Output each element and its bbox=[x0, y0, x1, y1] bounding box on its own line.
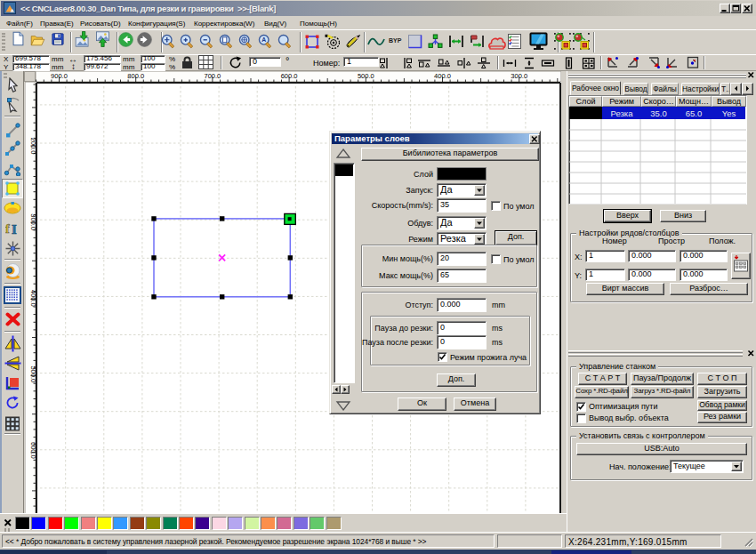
svg-text:A: A bbox=[261, 36, 266, 43]
svg-text:f: f bbox=[5, 222, 10, 236]
svg-text:300.0: 300.0 bbox=[29, 213, 36, 230]
svg-text:400.0: 400.0 bbox=[29, 290, 36, 307]
svg-text:I: I bbox=[12, 221, 17, 236]
